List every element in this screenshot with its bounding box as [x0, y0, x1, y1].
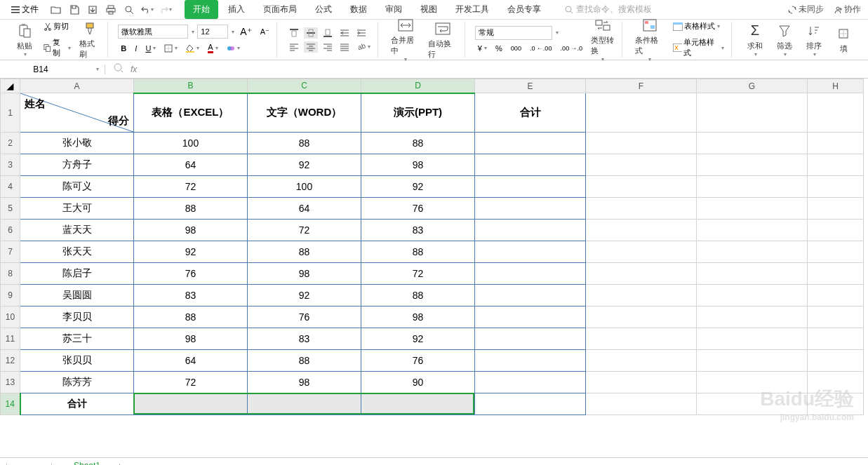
increase-indent-icon[interactable]	[354, 27, 368, 39]
cell-B8[interactable]: 76	[134, 263, 248, 285]
cell-C3[interactable]: 92	[248, 154, 361, 176]
cell-D2[interactable]: 88	[361, 133, 475, 154]
cell-A8[interactable]: 陈启子	[20, 263, 134, 285]
cell-A11[interactable]: 苏三十	[20, 328, 134, 350]
justify-icon[interactable]	[338, 41, 352, 53]
cell-G3[interactable]	[697, 154, 808, 176]
cell-F14[interactable]	[586, 393, 697, 415]
tab-formula[interactable]: 公式	[307, 0, 340, 19]
decrease-font-icon[interactable]: A⁻	[258, 26, 272, 38]
row-header-9[interactable]: 9	[1, 285, 20, 306]
font-color-icon[interactable]: A▾	[205, 41, 220, 55]
cell-C4[interactable]: 100	[248, 176, 361, 198]
type-convert-button[interactable]: 类型转换▾	[588, 15, 617, 64]
cell-D9[interactable]: 88	[361, 285, 475, 306]
row-header-10[interactable]: 10	[1, 306, 20, 328]
cell-F4[interactable]	[586, 176, 697, 198]
cell-C14[interactable]	[248, 393, 361, 415]
row-header-3[interactable]: 3	[1, 154, 20, 176]
decrease-decimal-icon[interactable]: .00→.0	[558, 43, 586, 53]
fx-icon[interactable]: fx	[131, 65, 137, 74]
cell-D13[interactable]: 90	[361, 372, 475, 393]
cell-G13[interactable]	[697, 372, 808, 393]
cell-H3[interactable]	[808, 154, 864, 176]
cell-F9[interactable]	[586, 285, 697, 306]
file-menu[interactable]: 文件	[7, 1, 43, 18]
collab-button[interactable]: 协作	[834, 4, 861, 15]
cell-E6[interactable]	[475, 220, 586, 241]
cell-G10[interactable]	[697, 306, 808, 328]
cell-H10[interactable]	[808, 306, 864, 328]
cell-F8[interactable]	[586, 263, 697, 285]
sync-status[interactable]: 未同步	[788, 4, 824, 15]
font-size-select[interactable]	[197, 25, 228, 39]
export-icon[interactable]	[86, 4, 99, 16]
col-header-B[interactable]: B	[134, 79, 248, 93]
cut-button[interactable]: 剪切	[41, 20, 74, 33]
col-header-H[interactable]: H	[808, 79, 864, 93]
cell-E8[interactable]	[475, 263, 586, 285]
cell-C10[interactable]: 76	[248, 306, 361, 328]
cell-E2[interactable]	[475, 133, 586, 154]
cell-D7[interactable]: 88	[361, 241, 475, 263]
tab-data[interactable]: 数据	[342, 0, 375, 19]
cell-F10[interactable]	[586, 306, 697, 328]
tab-dev[interactable]: 开发工具	[447, 0, 498, 19]
tab-vip[interactable]: 会员专享	[499, 0, 549, 19]
cell-F6[interactable]	[586, 220, 697, 241]
cell-B10[interactable]: 88	[134, 306, 248, 328]
cell-F1[interactable]	[586, 93, 697, 133]
cell-C1[interactable]: 文字（WORD）	[248, 93, 361, 133]
cell-B7[interactable]: 92	[134, 241, 248, 263]
col-header-G[interactable]: G	[697, 79, 808, 93]
cell-H4[interactable]	[808, 176, 864, 198]
row-header-6[interactable]: 6	[1, 220, 20, 241]
filter-button[interactable]: 筛选▾	[771, 21, 798, 59]
cell-H9[interactable]	[808, 285, 864, 306]
cell-H5[interactable]	[808, 198, 864, 220]
cell-C5[interactable]: 64	[248, 198, 361, 220]
percent-icon[interactable]: %	[493, 43, 505, 54]
cell-A2[interactable]: 张小敬	[20, 133, 134, 154]
cell-H11[interactable]	[808, 328, 864, 350]
row-header-7[interactable]: 7	[1, 241, 20, 263]
cell-F12[interactable]	[586, 350, 697, 372]
row-header-2[interactable]: 2	[1, 133, 20, 154]
sheet-tab[interactable]: Sheet1	[64, 459, 110, 466]
cell-A12[interactable]: 张贝贝	[20, 350, 134, 372]
cell-B14[interactable]	[134, 393, 248, 415]
decrease-indent-icon[interactable]	[338, 27, 352, 39]
preview-icon[interactable]	[123, 4, 135, 16]
cell-style-button[interactable]: 单元格样式▾	[670, 36, 727, 60]
name-box[interactable]: ▾	[0, 65, 105, 74]
tab-layout[interactable]: 页面布局	[255, 0, 305, 19]
cell-C13[interactable]: 98	[248, 372, 361, 393]
cell-H6[interactable]	[808, 220, 864, 241]
sheet-first-icon[interactable]: ⎸◂	[4, 461, 20, 466]
cell-H14[interactable]	[808, 393, 864, 415]
row-header-8[interactable]: 8	[1, 263, 20, 285]
cell-D12[interactable]: 76	[361, 350, 475, 372]
cell-B2[interactable]: 100	[134, 133, 248, 154]
cell-C11[interactable]: 83	[248, 328, 361, 350]
cell-D10[interactable]: 98	[361, 306, 475, 328]
sheet-prev-icon[interactable]: ◂	[22, 461, 31, 466]
cell-D6[interactable]: 83	[361, 220, 475, 241]
tab-start[interactable]: 开始	[185, 0, 218, 19]
open-icon[interactable]	[50, 4, 62, 16]
row-header-14[interactable]: 14	[1, 393, 20, 415]
col-header-A[interactable]: A	[20, 79, 134, 93]
sheet-next-icon[interactable]: ▸	[34, 461, 42, 466]
cell-C12[interactable]: 88	[248, 350, 361, 372]
cell-E4[interactable]	[475, 176, 586, 198]
sort-button[interactable]: 排序▾	[801, 21, 827, 59]
cell-B13[interactable]: 72	[134, 372, 248, 393]
cell-H13[interactable]	[808, 372, 864, 393]
align-bottom-icon[interactable]	[321, 27, 335, 39]
col-header-F[interactable]: F	[586, 79, 697, 93]
cell-D8[interactable]: 72	[361, 263, 475, 285]
bold-icon[interactable]: B	[118, 43, 129, 54]
row-header-12[interactable]: 12	[1, 350, 20, 372]
spreadsheet-grid[interactable]: ◢ABCDEFGH1姓名得分表格（EXCEL）文字（WORD）演示(PPT)合计…	[0, 79, 868, 457]
cell-G8[interactable]	[697, 263, 808, 285]
